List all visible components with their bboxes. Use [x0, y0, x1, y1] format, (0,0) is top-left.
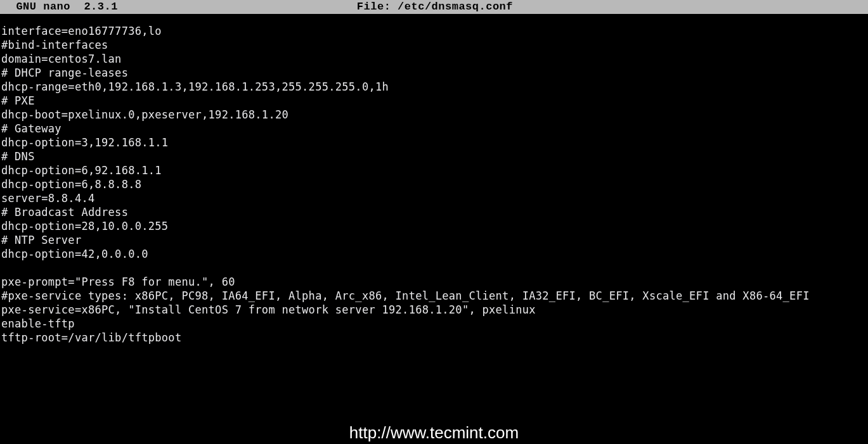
config-line: # Gateway — [1, 122, 868, 136]
config-line: # DHCP range-leases — [1, 66, 868, 80]
config-line: dhcp-option=28,10.0.0.255 — [1, 219, 868, 233]
editor-app-label: GNU nano 2.3.1 — [3, 0, 118, 14]
config-line: #bind-interfaces — [1, 38, 868, 52]
config-line: #pxe-service types: x86PC, PC98, IA64_EF… — [1, 289, 868, 303]
config-line: pxe-service=x86PC, "Install CentOS 7 fro… — [1, 303, 868, 317]
editor-title-bar: GNU nano 2.3.1 File: /etc/dnsmasq.conf — [0, 0, 868, 14]
config-line: dhcp-option=6,8.8.8.8 — [1, 177, 868, 191]
editor-file-label: File: /etc/dnsmasq.conf — [357, 0, 513, 14]
watermark-text: http://www.tecmint.com — [0, 423, 868, 443]
title-spacer — [118, 0, 357, 14]
config-line — [1, 261, 868, 275]
config-line: # NTP Server — [1, 233, 868, 247]
config-line: pxe-prompt="Press F8 for menu.", 60 — [1, 275, 868, 289]
config-line: # DNS — [1, 149, 868, 163]
config-line: interface=eno16777736,lo — [1, 24, 868, 38]
config-line: dhcp-option=6,92.168.1.1 — [1, 163, 868, 177]
config-line: dhcp-range=eth0,192.168.1.3,192.168.1.25… — [1, 80, 868, 94]
config-line: dhcp-boot=pxelinux.0,pxeserver,192.168.1… — [1, 108, 868, 122]
config-line: # PXE — [1, 94, 868, 108]
config-line: tftp-root=/var/lib/tftpboot — [1, 331, 868, 345]
editor-content[interactable]: interface=eno16777736,lo#bind-interfaces… — [0, 14, 868, 345]
config-line: enable-tftp — [1, 317, 868, 331]
config-line: dhcp-option=42,0.0.0.0 — [1, 247, 868, 261]
config-line: server=8.8.4.4 — [1, 191, 868, 205]
config-line: domain=centos7.lan — [1, 52, 868, 66]
config-line: dhcp-option=3,192.168.1.1 — [1, 136, 868, 149]
config-line: # Broadcast Address — [1, 205, 868, 219]
